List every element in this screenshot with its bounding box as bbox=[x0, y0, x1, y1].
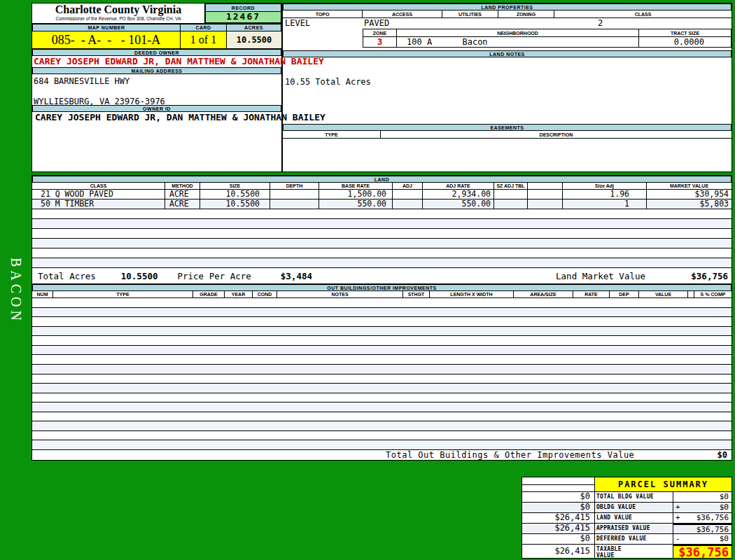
parcel-summary-panel: PARCEL SUMMARY $0 TOTAL BLDG VALUE $0 $0… bbox=[522, 477, 732, 559]
cell-sz-adj-tbl bbox=[494, 200, 528, 209]
cell-method: ACRE bbox=[165, 200, 200, 209]
neighborhood-banner: BACON bbox=[3, 235, 28, 347]
summary-op: - bbox=[676, 534, 680, 544]
ob-col-rate: RATE bbox=[573, 291, 610, 298]
out-buildings-headers: NUM TYPE GRADE YEAR COND NOTES STHGT LEN… bbox=[32, 291, 732, 298]
summary-label: DEFERRED VALUE bbox=[595, 534, 673, 544]
ob-col-type: TYPE bbox=[53, 291, 193, 298]
empty-row bbox=[32, 346, 732, 356]
neighborhood-values: 3 100 A Bacon 0.0000 bbox=[363, 37, 731, 47]
prior-value: $0 bbox=[522, 492, 595, 502]
cell-adj bbox=[393, 190, 423, 199]
cell-adj-rate: 550.00 bbox=[423, 200, 494, 209]
access-value: PAVED bbox=[364, 18, 389, 28]
cell-market-value: $30,954 bbox=[647, 190, 732, 199]
map-number-value: 085- - A- - - 101-A bbox=[32, 31, 181, 48]
total-acres-value: 10.5500 bbox=[121, 271, 158, 281]
ob-col-year: YEAR bbox=[225, 291, 253, 298]
record-box: RECORD 12467 bbox=[205, 4, 281, 23]
land-row: 21 Q WOOD PAVED ACRE 10.5500 1,500.00 2,… bbox=[32, 190, 732, 200]
ob-col-sthgt: STHGT bbox=[403, 291, 430, 298]
summary-value: $36,756 bbox=[696, 525, 729, 533]
col-topo: TOPO bbox=[283, 10, 363, 18]
empty-row bbox=[32, 384, 732, 393]
empty-row bbox=[32, 336, 732, 346]
ob-col-value: VALUE bbox=[639, 291, 688, 298]
ob-col-cond: COND bbox=[253, 291, 277, 298]
taxable-value: $36,756 bbox=[673, 545, 732, 558]
taxable-label-line2: VALUE bbox=[596, 552, 673, 559]
prior-value: $26,415 bbox=[522, 524, 595, 533]
ob-col-length-width: LENGTH X WIDTH bbox=[430, 291, 514, 298]
prior-value: $0 bbox=[522, 503, 595, 512]
summary-row: $0 TOTAL BLDG VALUE $0 bbox=[522, 492, 732, 503]
land-market-value: $36,756 bbox=[645, 271, 732, 281]
parcel-summary-title: PARCEL SUMMARY bbox=[595, 477, 732, 491]
land-properties-panel: LAND PROPERTIES TOPO ACCESS UTILITIES ZO… bbox=[282, 3, 732, 172]
acres-value: 10.5500 bbox=[227, 31, 281, 48]
mailing-address: 684 BARNESVILLE HWY WYLLIESBURG, VA 2397… bbox=[32, 74, 281, 105]
cell-size: 10.5500 bbox=[200, 190, 270, 199]
land-col-base-rate: BASE RATE bbox=[319, 183, 393, 189]
land-notes-text: 10.55 Total Acres bbox=[283, 57, 732, 124]
col-zoning: ZONING bbox=[498, 10, 554, 18]
empty-row bbox=[32, 355, 732, 365]
neighborhood-value: 100 A Bacon bbox=[397, 37, 639, 47]
col-class: CLASS bbox=[554, 10, 732, 18]
prior-value-blank-cell bbox=[522, 477, 595, 491]
empty-row bbox=[32, 229, 732, 239]
cell-class: 50 M TIMBER bbox=[32, 200, 165, 209]
county-title-box: Charlotte County Virginia Commissioner o… bbox=[32, 4, 205, 23]
county-name: Charlotte County Virginia bbox=[32, 4, 204, 16]
out-buildings-total-row: Total Out Buildings & Other Improvements… bbox=[32, 450, 732, 460]
land-col-market-value: MARKET VALUE bbox=[647, 183, 732, 189]
owner-id-value: CAREY JOSEPH EDWARD JR, DAN MATTHEW & JO… bbox=[32, 112, 281, 123]
cell-base-rate: 550.00 bbox=[319, 200, 393, 209]
land-table-panel: LAND CLASS METHOD SIZE DEPTH BASE RATE A… bbox=[31, 175, 732, 461]
summary-op: + bbox=[676, 503, 680, 512]
cell-size: 10.5500 bbox=[200, 200, 270, 209]
empty-row bbox=[32, 317, 732, 327]
cell-adj-rate: 2,934.00 bbox=[423, 190, 494, 199]
easements-headers: TYPE DESCRIPTION bbox=[283, 131, 732, 139]
owner-panel: Charlotte County Virginia Commissioner o… bbox=[31, 3, 282, 172]
summary-value: $0 bbox=[720, 503, 729, 512]
owner-panel-blank bbox=[32, 123, 281, 172]
price-per-acre-value: $3,484 bbox=[281, 271, 312, 281]
easement-type-label: TYPE bbox=[283, 131, 381, 138]
cell-base-rate: 1,500.00 bbox=[319, 190, 393, 199]
ob-col-pct-comp: S % COMP bbox=[694, 291, 732, 298]
land-col-sz-adj-tbl: SZ ADJ TBL bbox=[494, 183, 528, 189]
summary-row: $26,415 APPRAISED VALUE $36,756 bbox=[522, 524, 732, 534]
price-per-acre-label: Price Per Acre bbox=[177, 271, 251, 281]
empty-row bbox=[32, 258, 732, 268]
summary-label: APPRAISED VALUE bbox=[595, 524, 673, 533]
easements-title: EASEMENTS bbox=[283, 124, 732, 131]
deeded-owner-label: DEEDED OWNER bbox=[32, 49, 281, 56]
summary-row: $0 OBLDG VALUE +$0 bbox=[522, 503, 732, 513]
mailing-address-label: MAILING ADDRESS bbox=[32, 67, 281, 74]
parcel-summary-header: PARCEL SUMMARY bbox=[522, 477, 732, 492]
commissioner-line: Commissioner of the Revenue, PO Box 308,… bbox=[32, 16, 204, 21]
cell-size-adj: 1.96 bbox=[563, 190, 647, 199]
empty-row bbox=[32, 219, 732, 229]
summary-row: $26,415 LAND VALUE +$36,756 bbox=[522, 513, 732, 524]
summary-label: TOTAL BLDG VALUE bbox=[595, 492, 673, 502]
summary-label: LAND VALUE bbox=[595, 513, 673, 523]
map-number-label: MAP NUMBER bbox=[32, 24, 181, 31]
out-buildings-total-value: $0 bbox=[718, 450, 732, 460]
cell-depth bbox=[270, 190, 319, 199]
empty-row bbox=[32, 365, 732, 374]
topo-value: LEVEL bbox=[285, 18, 310, 28]
empty-row bbox=[32, 440, 732, 450]
owner-id-label: OWNER ID bbox=[32, 105, 281, 112]
neighborhood-headers: ZONE NEIGHBORHOOD TRACT SIZE bbox=[363, 29, 731, 37]
map-card-acres-labels: MAP NUMBER CARD ACRES bbox=[32, 24, 281, 31]
land-col-class: CLASS bbox=[32, 183, 165, 189]
empty-row bbox=[32, 248, 732, 258]
cell-method: ACRE bbox=[165, 190, 200, 199]
summary-op: + bbox=[676, 513, 680, 523]
neighborhood-subtable: ZONE NEIGHBORHOOD TRACT SIZE 3 100 A Bac… bbox=[363, 29, 732, 48]
prior-value: $26,415 bbox=[522, 513, 595, 523]
summary-value: $0 bbox=[720, 534, 729, 544]
